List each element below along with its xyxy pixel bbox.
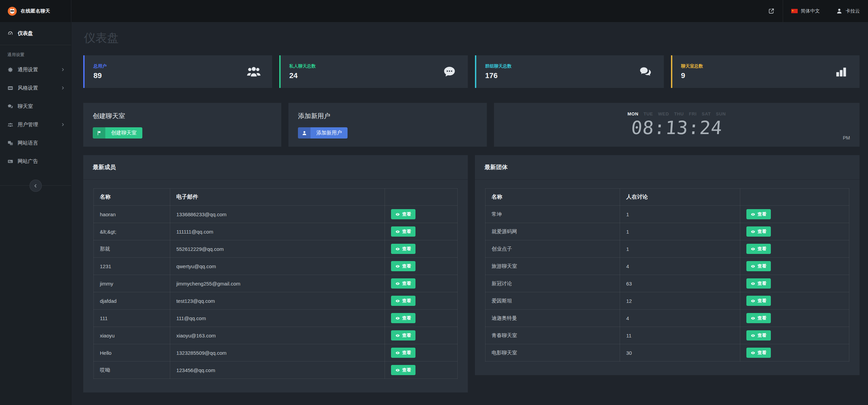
view-button[interactable]: 查看 <box>746 226 771 237</box>
groups-table: 名称 人在讨论 常坤 1 查看 就爱源码网 1 查看 <box>485 188 849 362</box>
eye-icon <box>395 229 400 234</box>
view-button[interactable]: 查看 <box>746 209 771 219</box>
sidebar-collapse-divider <box>0 185 71 186</box>
sidebar-collapse-button[interactable] <box>30 180 42 192</box>
view-button[interactable]: 查看 <box>746 261 771 271</box>
view-button[interactable]: 查看 <box>391 313 415 323</box>
view-button[interactable]: 查看 <box>391 296 415 306</box>
view-button[interactable]: 查看 <box>746 278 771 289</box>
view-button[interactable]: 查看 <box>391 244 415 254</box>
open-site-button[interactable] <box>760 0 783 22</box>
add-user-heading: 添加新用户 <box>298 112 477 121</box>
eye-icon <box>751 333 755 338</box>
member-name: haoran <box>94 206 170 223</box>
language-selector[interactable]: 简体中文 <box>783 0 828 22</box>
sidebar-item-general-settings[interactable]: 通用设置 <box>0 60 71 79</box>
eye-icon <box>395 247 400 251</box>
groups-header-row: 名称 人在讨论 <box>485 189 849 206</box>
group-row: 迪迦奥特曼 4 查看 <box>485 310 849 327</box>
add-user-button[interactable]: 添加新用户 <box>298 127 348 139</box>
view-button[interactable]: 查看 <box>391 348 415 358</box>
eye-icon <box>751 281 755 286</box>
eye-icon <box>751 247 755 251</box>
group-name: 常坤 <box>485 206 620 223</box>
view-button[interactable]: 查看 <box>746 330 771 340</box>
group-actions: 查看 <box>740 310 849 327</box>
eye-icon <box>751 212 755 217</box>
eye-icon <box>751 264 755 269</box>
day-label: FRI <box>689 111 697 116</box>
group-actions: 查看 <box>740 206 849 223</box>
group-row: 青春聊天室 11 查看 <box>485 327 849 344</box>
users-group-icon <box>7 122 13 128</box>
app-logo-icon <box>7 6 17 16</box>
member-email: 1323285509@qq.com <box>170 344 385 362</box>
create-room-button[interactable]: 创建聊天室 <box>93 127 142 139</box>
member-row: jimmy jimmycheng255@gmail.com 查看 <box>94 275 458 292</box>
tables-row: 最新成员 名称 电子邮件 haoran 1336886233@qq.com <box>83 155 860 392</box>
quick-actions-row: 创建聊天室 创建聊天室 添加新用户 添加新用户 MONTUEWEDTHUFRIS… <box>83 103 860 147</box>
group-row: 就爱源码网 1 查看 <box>485 223 849 240</box>
external-link-icon <box>768 8 775 14</box>
view-button[interactable]: 查看 <box>391 365 415 375</box>
member-actions: 查看 <box>385 310 457 327</box>
chat-bubbles-icon <box>638 65 653 78</box>
member-row: 111 111@qq.com 查看 <box>94 310 458 327</box>
sidebar-item-chat-rooms[interactable]: 聊天室 <box>0 97 71 115</box>
view-button[interactable]: 查看 <box>746 313 771 323</box>
sidebar-item-style-settings[interactable]: 风格设置 <box>0 79 71 97</box>
view-button[interactable]: 查看 <box>391 226 415 237</box>
topbar-right: 简体中文 卡拉云 <box>760 0 868 22</box>
view-button[interactable]: 查看 <box>391 330 415 340</box>
sidebar-item-site-language[interactable]: 网站语言 <box>0 134 71 152</box>
sidebar-item-site-ads[interactable]: 网站广告 <box>0 152 71 170</box>
view-button[interactable]: 查看 <box>746 348 771 358</box>
view-button[interactable]: 查看 <box>391 261 415 271</box>
sidebar-item-dashboard[interactable]: 仪表盘 <box>0 24 71 42</box>
user-menu[interactable]: 卡拉云 <box>828 0 868 22</box>
group-name: 迪迦奥特曼 <box>485 310 620 327</box>
clock-meridiem: PM <box>843 135 850 141</box>
member-actions: 查看 <box>385 240 457 258</box>
group-name: 电影聊天室 <box>485 344 620 362</box>
add-user-card: 添加新用户 添加新用户 <box>288 103 486 147</box>
group-discussing-count: 1 <box>620 223 740 240</box>
view-button[interactable]: 查看 <box>391 209 415 219</box>
eye-icon <box>751 316 755 320</box>
bar-chart-icon <box>834 65 849 78</box>
stat-card-private-chats: 私人聊天总数 24 <box>279 55 468 88</box>
group-row: 常坤 1 查看 <box>485 206 849 223</box>
group-actions: 查看 <box>740 223 849 240</box>
stat-value: 176 <box>485 71 512 80</box>
view-button[interactable]: 查看 <box>746 244 771 254</box>
sidebar-item-label: 网站广告 <box>18 158 61 165</box>
chevron-right-icon <box>61 123 65 127</box>
chevron-right-icon <box>61 86 65 90</box>
clock-panel: MONTUEWEDTHUFRISATSUN 08:13:24 PM <box>494 103 860 147</box>
member-name: &lt;&gt; <box>94 223 170 240</box>
group-discussing-count: 4 <box>620 310 740 327</box>
member-row: Hello 1323285509@qq.com 查看 <box>94 344 458 362</box>
member-row: 那就 552612229@qq.com 查看 <box>94 240 458 258</box>
view-button[interactable]: 查看 <box>746 296 771 306</box>
gear-icon <box>7 67 13 73</box>
stat-card-group-chats: 群组聊天总数 176 <box>475 55 664 88</box>
member-actions: 查看 <box>385 327 457 344</box>
col-header-discussing: 人在讨论 <box>620 189 740 206</box>
eye-icon <box>395 368 400 372</box>
col-header-email: 电子邮件 <box>170 189 385 206</box>
member-email: 1336886233@qq.com <box>170 206 385 223</box>
member-name: xiaoyu <box>94 327 170 344</box>
members-table: 名称 电子邮件 haoran 1336886233@qq.com 查看 &lt;… <box>93 188 458 379</box>
users-group-icon <box>246 65 261 78</box>
ad-banner-icon <box>7 159 13 164</box>
eye-icon <box>395 299 400 303</box>
eye-icon <box>395 316 400 320</box>
stat-value: 89 <box>93 71 107 80</box>
eye-icon <box>751 351 755 355</box>
chevron-left-icon <box>33 184 38 188</box>
translate-icon <box>7 140 13 146</box>
sidebar-item-user-management[interactable]: 用户管理 <box>0 115 71 134</box>
eye-icon <box>395 212 400 217</box>
view-button[interactable]: 查看 <box>391 278 415 289</box>
